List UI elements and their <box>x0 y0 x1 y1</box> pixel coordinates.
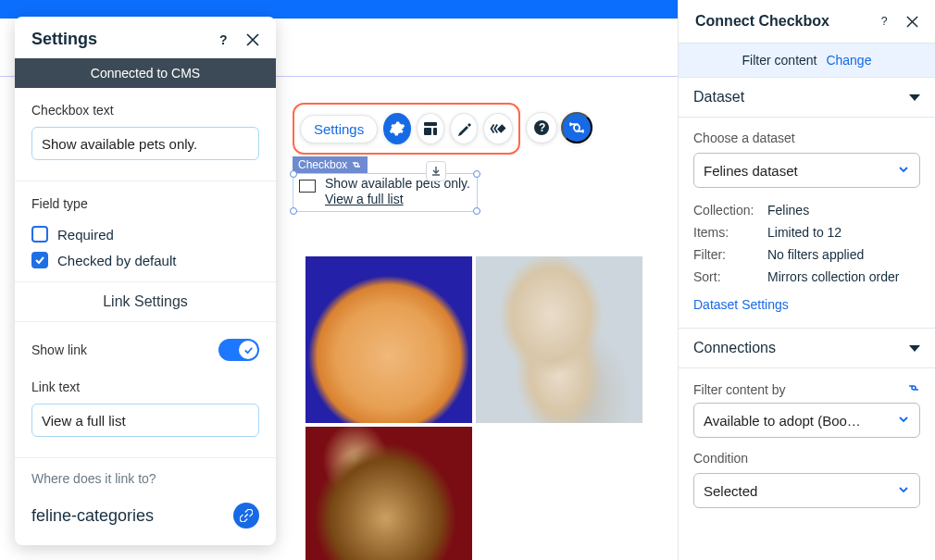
filter-value: No filters applied <box>767 247 920 262</box>
link-text-input[interactable] <box>31 404 259 437</box>
checked-default-label: Checked by default <box>57 253 176 268</box>
connect-mini-icon[interactable] <box>907 381 920 397</box>
svg-text:?: ? <box>539 121 545 134</box>
condition-select[interactable]: Selected <box>693 473 920 508</box>
gallery-image[interactable] <box>305 256 472 423</box>
collection-label: Collection: <box>693 203 767 218</box>
sort-label: Sort: <box>693 269 767 284</box>
checkbox-text-input[interactable] <box>31 127 259 160</box>
layout-icon[interactable] <box>417 113 444 144</box>
change-link[interactable]: Change <box>826 53 871 68</box>
connect-mini-icon <box>351 159 362 170</box>
condition-label: Condition <box>693 451 920 466</box>
svg-text:?: ? <box>881 15 888 28</box>
checkbox-text-label: Checkbox text <box>31 103 259 118</box>
gallery-image[interactable] <box>305 427 472 560</box>
filter-by-select[interactable]: Available to adopt (Boo… <box>693 403 920 438</box>
where-link-value: feline-categories <box>31 506 154 526</box>
field-type-label: Field type <box>31 196 259 211</box>
choose-dataset-select[interactable]: Felines dataset <box>693 153 920 188</box>
chevron-down-icon <box>897 483 910 499</box>
component-tag: Checkbox <box>293 156 368 173</box>
dataset-section-header[interactable]: Dataset <box>679 78 935 118</box>
connect-panel: Connect Checkbox ? Filter content Change… <box>678 0 935 560</box>
settings-button[interactable]: Settings <box>300 115 378 143</box>
component-body: Show available pets only. View a full li… <box>293 173 478 212</box>
items-value: Limited to 12 <box>767 225 920 240</box>
connections-section-body: Filter content by Available to adopt (Bo… <box>679 368 935 523</box>
where-link-label: Where does it link to? <box>31 471 259 486</box>
selection-handle[interactable] <box>473 170 480 178</box>
svg-text:?: ? <box>219 32 228 47</box>
chevron-down-icon <box>909 345 920 352</box>
link-text-label: Link text <box>31 380 259 394</box>
dataset-meta-table: Collection:Felines Items:Limited to 12 F… <box>693 199 920 288</box>
settings-title: Settings <box>31 30 97 49</box>
close-icon[interactable] <box>906 15 918 28</box>
component-help-icon[interactable]: ? <box>526 112 557 143</box>
svg-rect-4 <box>497 124 506 133</box>
settings-header: Settings ? <box>15 17 276 58</box>
dataset-settings-link[interactable]: Dataset Settings <box>693 297 789 312</box>
filter-by-value: Available to adopt (Boo… <box>704 413 861 429</box>
collection-value: Felines <box>767 203 920 218</box>
dataset-section-title: Dataset <box>693 89 744 106</box>
svg-rect-2 <box>424 128 431 135</box>
chevron-down-icon <box>897 413 910 429</box>
image-grid <box>305 256 642 423</box>
checkbox-component[interactable]: Checkbox Show available pets only. View … <box>293 156 478 212</box>
component-tag-label: Checkbox <box>298 158 347 171</box>
chevron-down-icon <box>909 94 920 101</box>
connect-panel-header: Connect Checkbox ? <box>679 0 935 43</box>
design-icon[interactable] <box>450 113 478 144</box>
checkbox-outline-icon <box>299 180 316 193</box>
condition-value: Selected <box>704 483 757 499</box>
gallery-image[interactable] <box>476 256 642 423</box>
chevron-down-icon <box>897 163 910 179</box>
toggle-knob-icon <box>239 341 257 359</box>
filter-content-label: Filter content <box>742 53 817 68</box>
app-canvas: Settings ? Connected to CMS Checkbox tex… <box>0 0 935 560</box>
filter-label: Filter: <box>693 247 767 262</box>
checked-default-row[interactable]: Checked by default <box>15 248 276 274</box>
dataset-section-body: Choose a dataset Felines dataset Collect… <box>679 118 935 328</box>
required-row[interactable]: Required <box>15 220 276 248</box>
component-toolbar: Settings <box>293 103 520 155</box>
selection-handle[interactable] <box>290 170 297 178</box>
link-icon[interactable] <box>233 503 259 529</box>
checkbox-checked-icon <box>31 252 48 268</box>
component-main-text: Show available pets only. <box>325 176 473 191</box>
cms-banner: Connected to CMS <box>15 58 276 88</box>
download-icon[interactable] <box>426 161 446 181</box>
help-icon[interactable]: ? <box>217 32 231 47</box>
checkbox-icon <box>31 226 48 243</box>
animation-icon[interactable] <box>483 113 513 144</box>
help-icon[interactable]: ? <box>879 15 891 28</box>
connect-data-icon[interactable] <box>561 112 592 143</box>
sort-value: Mirrors collection order <box>767 269 920 284</box>
close-icon[interactable] <box>246 32 259 47</box>
required-label: Required <box>57 227 114 243</box>
choose-dataset-label: Choose a dataset <box>693 131 920 145</box>
svg-rect-1 <box>424 122 437 126</box>
connections-section-header[interactable]: Connections <box>679 329 935 368</box>
link-settings-heading: Link Settings <box>15 281 276 322</box>
show-link-label: Show link <box>31 342 87 357</box>
selection-handle[interactable] <box>290 207 297 215</box>
choose-dataset-value: Felines dataset <box>704 163 798 179</box>
svg-rect-3 <box>433 128 437 135</box>
connections-section-title: Connections <box>693 340 776 356</box>
selection-handle[interactable] <box>473 207 480 215</box>
component-link[interactable]: View a full list <box>325 192 404 206</box>
show-link-toggle[interactable] <box>218 339 259 361</box>
settings-panel: Settings ? Connected to CMS Checkbox tex… <box>15 17 276 545</box>
filter-content-bar: Filter content Change <box>679 43 935 78</box>
items-label: Items: <box>693 225 767 240</box>
filter-by-label: Filter content by <box>693 382 786 397</box>
connect-panel-title: Connect Checkbox <box>695 13 829 30</box>
gear-icon[interactable] <box>383 113 411 144</box>
